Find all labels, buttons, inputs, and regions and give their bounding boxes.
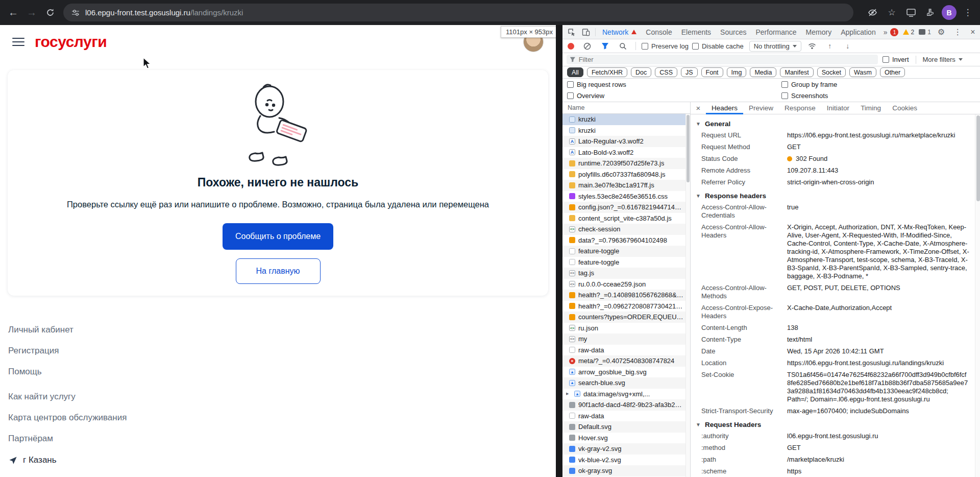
inspect-element-icon[interactable] [565, 26, 579, 38]
network-request-row[interactable]: raw-data [562, 411, 690, 422]
disable-cache-checkbox[interactable] [692, 43, 699, 50]
password-eye-off-icon[interactable] [864, 5, 880, 21]
error-count-badge[interactable]: 1 [890, 28, 898, 36]
footer-link[interactable]: Регистрация [8, 346, 556, 355]
type-filter-chip[interactable]: Media [750, 67, 776, 77]
close-detail-icon[interactable]: × [691, 104, 706, 112]
footer-link[interactable]: Как найти услугу [8, 392, 556, 401]
response-headers-section-header[interactable]: ▼ Response headers [691, 189, 973, 202]
network-request-row[interactable]: main.3e07fe3bc1a917ff.js [562, 180, 690, 191]
go-home-button[interactable]: На главную [236, 258, 321, 284]
footer-link[interactable]: Партнёрам [8, 434, 556, 443]
network-request-row[interactable]: raw-data [562, 345, 690, 356]
forward-button[interactable]: → [22, 4, 41, 22]
network-request-row[interactable]: feature-toggle [562, 257, 690, 268]
network-request-row[interactable]: config.json?_=0.6167821944714283 [562, 202, 690, 213]
devtools-tab[interactable]: Sources [716, 25, 751, 39]
network-request-row[interactable]: vk-gray-v2.svg [562, 443, 690, 455]
type-filter-chip[interactable]: Doc [631, 67, 651, 77]
filter-input[interactable] [579, 56, 875, 63]
scrollbar-thumb[interactable] [687, 115, 690, 182]
network-request-row[interactable]: ru.0.0.0-cceae259.json [562, 279, 690, 290]
network-request-row[interactable]: ok-gray.svg [562, 465, 690, 476]
network-request-row[interactable]: kruzki [562, 114, 690, 125]
network-request-row[interactable]: vk-blue-v2.svg [562, 455, 690, 466]
network-option-toggle[interactable]: Group by frame [781, 81, 975, 88]
network-request-row[interactable]: search-blue.svg [562, 377, 690, 389]
browser-menu-icon[interactable]: ⋮ [960, 5, 976, 21]
devtools-tab[interactable]: Application [836, 25, 880, 39]
network-request-row[interactable]: data:image/svg+xml,... [562, 389, 690, 400]
extensions-puzzle-icon[interactable] [922, 5, 939, 21]
devtools-tab[interactable]: Memory [801, 25, 837, 39]
type-filter-chip[interactable]: Other [880, 67, 905, 77]
name-column-header[interactable]: Name [562, 102, 690, 114]
network-request-row[interactable]: health?_=0.09627208087730421&pa... [562, 301, 690, 312]
url-bar[interactable]: l06.epgu-front.test.gosuslugi.ru/landing… [63, 4, 853, 21]
devtools-tab[interactable]: Performance [751, 25, 801, 39]
cast-screen-icon[interactable] [903, 5, 919, 21]
option-checkbox[interactable] [567, 92, 574, 99]
network-request-row[interactable]: check-session [562, 224, 690, 235]
network-option-toggle[interactable]: Big request rows [567, 81, 781, 88]
option-checkbox[interactable] [781, 81, 788, 88]
network-request-row[interactable]: Lato-Bold-v3.woff2 [562, 147, 690, 158]
network-request-row[interactable]: arrow_gosblue_big.svg [562, 367, 690, 378]
network-request-row[interactable]: content_script_vite-c387a50d.js [562, 213, 690, 224]
bookmark-star-icon[interactable]: ☆ [884, 5, 900, 21]
network-request-row[interactable]: feature-toggle [562, 246, 690, 257]
network-option-toggle[interactable]: Screenshots [781, 92, 975, 100]
devtools-close-icon[interactable]: × [968, 28, 977, 37]
type-filter-chip[interactable]: Wasm [849, 67, 876, 77]
network-request-row[interactable]: ru.json [562, 323, 690, 334]
general-section-header[interactable]: ▼ General [691, 117, 973, 130]
detail-tab[interactable]: Headers [706, 102, 743, 114]
network-option-toggle[interactable]: Overview [567, 92, 781, 100]
network-request-row[interactable]: my [562, 333, 690, 345]
option-checkbox[interactable] [567, 81, 574, 88]
refresh-button[interactable] [41, 4, 59, 22]
devtools-tab[interactable]: Console [641, 25, 676, 39]
detail-scrollbar[interactable] [975, 114, 980, 477]
invert-checkbox[interactable] [883, 56, 889, 63]
option-checkbox[interactable] [781, 92, 788, 99]
gosuslugi-logo[interactable]: госуслуги [35, 33, 107, 51]
type-filter-chip[interactable]: JS [681, 67, 698, 77]
back-button[interactable]: ← [4, 4, 22, 22]
network-request-row[interactable]: counters?types=ORDER,EQUEUE,PAY... [562, 312, 690, 323]
clear-network-log-icon[interactable] [580, 40, 594, 52]
report-problem-button[interactable]: Сообщить о проблеме [223, 223, 333, 250]
search-icon[interactable] [616, 40, 630, 52]
devtools-tab[interactable]: Elements [677, 25, 716, 39]
site-settings-icon[interactable] [71, 9, 80, 17]
devtools-menu-icon[interactable]: ⋮ [951, 27, 964, 37]
location-link[interactable]: г Казань [8, 455, 556, 465]
network-request-row[interactable]: health?_=0.1408981056762868&page... [562, 290, 690, 301]
type-filter-chip[interactable]: CSS [655, 67, 677, 77]
network-request-row[interactable]: styles.53ec8e2465e36516.css [562, 191, 690, 202]
request-headers-section-header[interactable]: ▼ Request Headers [691, 418, 973, 431]
type-filter-chip[interactable]: Fetch/XHR [587, 67, 627, 77]
network-request-row[interactable]: meta/?_=0.40725408308747824 [562, 355, 690, 367]
network-request-row[interactable]: runtime.72039f507d25fe73.js [562, 158, 690, 169]
invert-filter-toggle[interactable]: Invert [883, 56, 909, 63]
type-filter-chip[interactable]: All [567, 67, 583, 77]
network-request-row[interactable]: Hover.svg [562, 433, 690, 444]
detail-tab[interactable]: Initiator [821, 102, 855, 114]
export-har-icon[interactable]: ↓ [841, 40, 855, 52]
type-filter-chip[interactable]: Manifest [780, 67, 813, 77]
disable-cache-toggle[interactable]: Disable cache [692, 42, 744, 50]
network-request-row[interactable]: kruzki [562, 125, 690, 136]
device-toolbar-icon[interactable] [579, 26, 593, 38]
issues-count-badge[interactable]: 1 [919, 29, 931, 36]
more-filters-button[interactable]: More filters [923, 56, 963, 63]
filter-funnel-icon[interactable] [598, 40, 612, 52]
footer-link[interactable]: Помощь [8, 367, 556, 376]
scrollbar-thumb[interactable] [976, 115, 980, 201]
detail-tab[interactable]: Response [779, 102, 821, 114]
network-request-row[interactable]: Default.svg [562, 421, 690, 433]
type-filter-chip[interactable]: Socket [817, 67, 846, 77]
row-expander-icon[interactable] [566, 392, 571, 396]
detail-tab[interactable]: Preview [743, 102, 779, 114]
network-request-row[interactable]: tag.js [562, 268, 690, 279]
